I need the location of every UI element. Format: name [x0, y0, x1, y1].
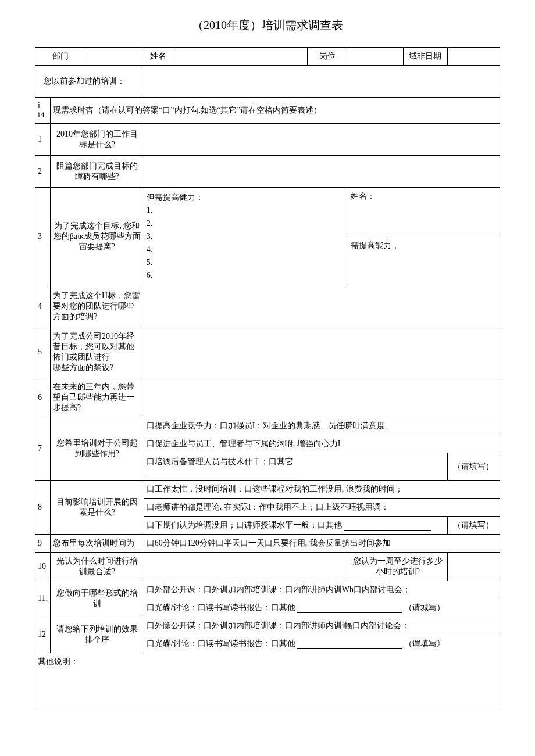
- q9-a[interactable]: 口60分钟口120分钟口半天口一天口只要行用, 我会反量挤出时间参加: [144, 534, 500, 552]
- q3-num: 3: [35, 188, 51, 286]
- q11-num: 11.: [35, 581, 51, 617]
- date-label: 域非日期: [404, 48, 447, 66]
- q12-blank[interactable]: [297, 648, 402, 649]
- name-value[interactable]: [173, 48, 307, 66]
- q12-a1[interactable]: 口外除公开谋：口外训加内部培训课：口内部讲师内训i幅口内部讨论会：: [144, 617, 500, 635]
- q8-a1[interactable]: 口工作太忙，没时间培训；口这些课程对我的工作没用, 浪费我的时间；: [144, 480, 500, 498]
- q3-col1[interactable]: 但需提高健力： 1. 2. 3. 4. 5. 6.: [144, 188, 348, 286]
- intro-text: 现需求时杳（请在认可的答案“口”内打勾.如选“其它”请在空格内简要表述）: [51, 98, 500, 124]
- q9-num: 9: [35, 534, 51, 552]
- q11-a1[interactable]: 口外部公开课：口外训加内部培训课：口内部讲肺内训Wh口内部讨电会；: [144, 581, 500, 599]
- q3-l4: 4.: [147, 245, 153, 254]
- q11-a2-suf: （请城写）: [404, 603, 445, 612]
- q2-text: 阻篇您部门完成目标的障碍有哪些?: [51, 156, 144, 188]
- q12-text: 请您给下列培训的效果排个序: [51, 617, 144, 653]
- survey-table: 部门 姓名 岗位 域非日期 您以前参加过的培训： i i·i 现需求时杳（请在认…: [35, 47, 500, 708]
- q2-answer[interactable]: [144, 156, 500, 188]
- page-title: （2010年度）培训需求调查表: [35, 17, 500, 33]
- q7-a3-suf: （请填写）: [447, 453, 500, 480]
- q2-num: 2: [35, 156, 51, 188]
- q11-text: 您做向于哪些形式的培训: [51, 581, 144, 617]
- q11-blank[interactable]: [297, 612, 402, 613]
- q12-a2-pre: 口光碟/讨论：口读书写读书报告：口其他: [147, 639, 295, 648]
- q12-num: 12: [35, 617, 51, 653]
- q3-c2-label: 姓名：: [351, 192, 375, 200]
- q7-a3-pre: 口培调后备管理人员与技术什干；口其它: [147, 457, 293, 466]
- q10-text: 光认为什么时间进行培训最合适?: [51, 552, 144, 581]
- q5-answer[interactable]: [144, 327, 500, 378]
- q11-a2[interactable]: 口光碟/讨论：口读书写读书报告：口其他 （请城写）: [144, 599, 500, 617]
- q8-num: 8: [35, 480, 51, 534]
- q3-l1: 1.: [147, 206, 153, 214]
- dept-value[interactable]: [85, 48, 144, 66]
- q10-a1[interactable]: [144, 552, 348, 581]
- other-notes-label: 其他说明：: [38, 657, 79, 666]
- q5-num: 5: [35, 327, 51, 378]
- q9-text: 您布里每次培训时间为: [51, 534, 144, 552]
- prev-training-label: 您以前参加过的培训：: [35, 66, 144, 98]
- q12-a2[interactable]: 口光碟/讨论：口读书写读书报告：口其他 （谓填写》: [144, 635, 500, 653]
- name-label: 姓名: [144, 48, 173, 66]
- q7-a2[interactable]: 口促进企业与员工、管理者与下属的沟咐, 增强向心力I: [144, 435, 500, 453]
- q4-num: 4: [35, 286, 51, 327]
- other-notes[interactable]: 其他说明：: [35, 653, 500, 708]
- q7-text: 您希里培训对于公司起到哪些作用?: [51, 417, 144, 480]
- post-label: 岗位: [307, 48, 348, 66]
- q4-text: 为了完成这个H标，您雷要对您的团队进行哪些方面的培调?: [51, 286, 144, 327]
- q6-answer[interactable]: [144, 378, 500, 417]
- q11-a2-pre: 口光碟/讨论：口读书写读书报告：口其他: [147, 603, 295, 612]
- q7-a1[interactable]: 口提高企业竞争力：口加强员I：对企业的典期感、员任唠叮满意度、: [144, 417, 500, 435]
- q4-answer[interactable]: [144, 286, 500, 327]
- q1-num: 1: [35, 124, 51, 156]
- q3-c1-label: 但需提高健力：: [147, 193, 204, 202]
- q8-blank[interactable]: [344, 530, 431, 531]
- q3-l6: 6.: [147, 271, 153, 280]
- q3-l3: 3.: [147, 232, 153, 241]
- q3-c2-bot[interactable]: 需提高能力，: [348, 237, 500, 286]
- dept-label: 部门: [35, 48, 85, 66]
- post-value[interactable]: [348, 48, 403, 66]
- q7-a3[interactable]: 口培调后备管理人员与技术什干；口其它: [144, 453, 447, 480]
- date-value[interactable]: [447, 48, 500, 66]
- q1-text: 2010年您部门的工作目标是什么?: [51, 124, 144, 156]
- q8-a3-pre: 口下期们认为培调没用；口讲师授课水平一般；口其他: [147, 521, 342, 529]
- q8-a3-suf: （请填写）: [447, 516, 500, 534]
- q3-l5: 5.: [147, 258, 153, 267]
- q5-text: 为了完成公司2010年经昔目标，您可以对其他怖门或团队进行 哪些方面的禁设?: [51, 327, 144, 378]
- q3-text: 为了完成这个目标, 您和您的βaικ成员花哪些方面宙要提离?: [51, 188, 144, 286]
- q10-a2[interactable]: [447, 552, 500, 581]
- q6-num: 6: [35, 378, 51, 417]
- q1-answer[interactable]: [144, 124, 500, 156]
- intro-num: i i·i: [35, 98, 51, 124]
- q7-num: 7: [35, 417, 51, 480]
- q10-num: 10: [35, 552, 51, 581]
- q10-q2: 您认为一周至少进行多少小时的培训?: [348, 552, 447, 581]
- q7-blank[interactable]: [147, 476, 298, 476]
- q8-text: 目前影响培训开展的因素是什么?: [51, 480, 144, 534]
- q6-text: 在未来的三年内，悠带望自己邸些能力再进一步提高?: [51, 378, 144, 417]
- q3-l2: 2.: [147, 219, 153, 228]
- q8-a2[interactable]: 口老师讲的都是理论, 在实际I：作中我用不上；口上级不珏视用调：: [144, 498, 500, 516]
- q8-a3[interactable]: 口下期们认为培调没用；口讲师授课水平一般；口其他: [144, 516, 447, 534]
- header-row: 部门 姓名 岗位 域非日期: [35, 48, 500, 66]
- q3-c2-sub: 需提高能力，: [351, 241, 400, 250]
- q3-c2-top[interactable]: 姓名：: [348, 188, 500, 237]
- prev-training-value[interactable]: [144, 66, 500, 98]
- q12-a2-suf: （谓填写》: [404, 639, 445, 648]
